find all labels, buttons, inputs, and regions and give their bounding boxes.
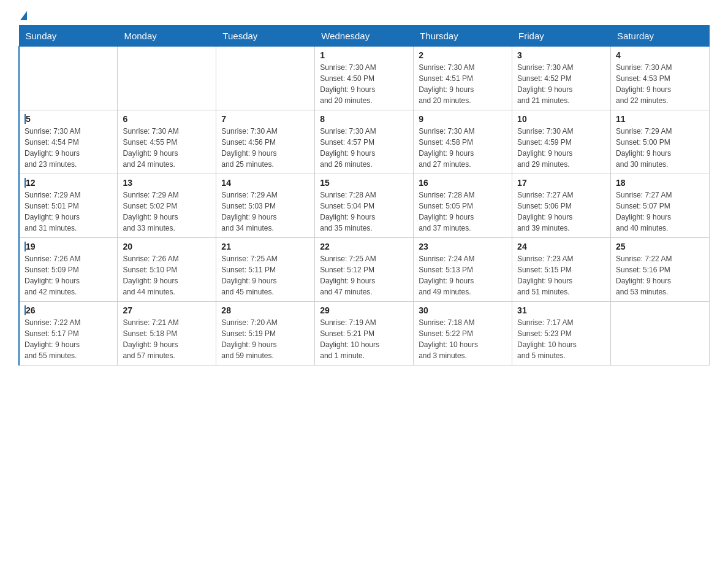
- calendar-cell: 5Sunrise: 7:30 AM Sunset: 4:54 PM Daylig…: [19, 110, 118, 174]
- day-number: 2: [419, 50, 507, 60]
- day-info: Sunrise: 7:30 AM Sunset: 4:52 PM Dayligh…: [517, 62, 605, 106]
- calendar-cell: 13Sunrise: 7:29 AM Sunset: 5:02 PM Dayli…: [118, 174, 216, 238]
- calendar-header-sunday: Sunday: [19, 26, 118, 47]
- calendar-cell: 14Sunrise: 7:29 AM Sunset: 5:03 PM Dayli…: [216, 174, 315, 238]
- calendar-header-friday: Friday: [512, 26, 611, 47]
- day-info: Sunrise: 7:30 AM Sunset: 4:53 PM Dayligh…: [616, 62, 704, 106]
- calendar-cell: 27Sunrise: 7:21 AM Sunset: 5:18 PM Dayli…: [118, 302, 216, 366]
- calendar-cell: 19Sunrise: 7:26 AM Sunset: 5:09 PM Dayli…: [19, 238, 118, 302]
- calendar-cell: 28Sunrise: 7:20 AM Sunset: 5:19 PM Dayli…: [216, 302, 315, 366]
- day-number: 25: [616, 242, 704, 251]
- day-number: 30: [419, 305, 507, 315]
- calendar-cell: 17Sunrise: 7:27 AM Sunset: 5:06 PM Dayli…: [512, 174, 611, 238]
- calendar-cell: 20Sunrise: 7:26 AM Sunset: 5:10 PM Dayli…: [118, 238, 216, 302]
- day-number: 8: [320, 114, 408, 124]
- day-number: 18: [616, 178, 704, 188]
- day-number: 26: [25, 305, 112, 315]
- day-number: 28: [221, 305, 309, 315]
- calendar-table: SundayMondayTuesdayWednesdayThursdayFrid…: [18, 25, 710, 366]
- day-number: 31: [517, 305, 605, 315]
- day-info: Sunrise: 7:28 AM Sunset: 5:04 PM Dayligh…: [320, 190, 408, 234]
- day-info: Sunrise: 7:27 AM Sunset: 5:06 PM Dayligh…: [517, 190, 605, 234]
- day-info: Sunrise: 7:23 AM Sunset: 5:15 PM Dayligh…: [517, 253, 605, 297]
- calendar-cell: 10Sunrise: 7:30 AM Sunset: 4:59 PM Dayli…: [512, 110, 611, 174]
- day-info: Sunrise: 7:30 AM Sunset: 4:55 PM Dayligh…: [123, 126, 211, 170]
- day-info: Sunrise: 7:28 AM Sunset: 5:05 PM Dayligh…: [419, 190, 507, 234]
- calendar-header-tuesday: Tuesday: [216, 26, 315, 47]
- day-number: 4: [616, 50, 704, 60]
- day-info: Sunrise: 7:30 AM Sunset: 4:54 PM Dayligh…: [25, 126, 112, 170]
- day-number: 27: [123, 305, 211, 315]
- calendar-header-row: SundayMondayTuesdayWednesdayThursdayFrid…: [19, 26, 710, 47]
- day-number: 13: [123, 178, 211, 188]
- calendar-cell: 25Sunrise: 7:22 AM Sunset: 5:16 PM Dayli…: [611, 238, 710, 302]
- day-info: Sunrise: 7:30 AM Sunset: 4:59 PM Dayligh…: [517, 126, 605, 170]
- calendar-header-saturday: Saturday: [611, 26, 710, 47]
- day-info: Sunrise: 7:20 AM Sunset: 5:19 PM Dayligh…: [221, 317, 309, 361]
- calendar-cell: 24Sunrise: 7:23 AM Sunset: 5:15 PM Dayli…: [512, 238, 611, 302]
- day-info: Sunrise: 7:29 AM Sunset: 5:00 PM Dayligh…: [616, 126, 704, 170]
- logo-arrow-icon: [20, 11, 27, 20]
- calendar-cell: 1Sunrise: 7:30 AM Sunset: 4:50 PM Daylig…: [315, 47, 414, 110]
- calendar-cell: 30Sunrise: 7:18 AM Sunset: 5:22 PM Dayli…: [414, 302, 512, 366]
- calendar-cell: [19, 47, 118, 110]
- day-info: Sunrise: 7:29 AM Sunset: 5:01 PM Dayligh…: [25, 190, 112, 234]
- day-number: 21: [221, 242, 309, 251]
- day-number: 23: [419, 242, 507, 251]
- day-number: 7: [221, 114, 309, 124]
- calendar-cell: 16Sunrise: 7:28 AM Sunset: 5:05 PM Dayli…: [414, 174, 512, 238]
- day-number: 1: [320, 50, 408, 60]
- day-info: Sunrise: 7:19 AM Sunset: 5:21 PM Dayligh…: [320, 317, 408, 361]
- calendar-cell: 23Sunrise: 7:24 AM Sunset: 5:13 PM Dayli…: [414, 238, 512, 302]
- day-number: 6: [123, 114, 211, 124]
- day-number: 12: [25, 178, 112, 188]
- day-number: 20: [123, 242, 211, 251]
- calendar-cell: [611, 302, 710, 366]
- day-info: Sunrise: 7:25 AM Sunset: 5:11 PM Dayligh…: [221, 253, 309, 297]
- day-number: 10: [517, 114, 605, 124]
- day-info: Sunrise: 7:21 AM Sunset: 5:18 PM Dayligh…: [123, 317, 211, 361]
- calendar-cell: 21Sunrise: 7:25 AM Sunset: 5:11 PM Dayli…: [216, 238, 315, 302]
- day-info: Sunrise: 7:26 AM Sunset: 5:09 PM Dayligh…: [25, 253, 112, 297]
- day-number: 24: [517, 242, 605, 251]
- day-info: Sunrise: 7:26 AM Sunset: 5:10 PM Dayligh…: [123, 253, 211, 297]
- day-info: Sunrise: 7:22 AM Sunset: 5:16 PM Dayligh…: [616, 253, 704, 297]
- calendar-cell: 6Sunrise: 7:30 AM Sunset: 4:55 PM Daylig…: [118, 110, 216, 174]
- day-info: Sunrise: 7:30 AM Sunset: 4:56 PM Dayligh…: [221, 126, 309, 170]
- day-info: Sunrise: 7:29 AM Sunset: 5:03 PM Dayligh…: [221, 190, 309, 234]
- calendar-week-1: 1Sunrise: 7:30 AM Sunset: 4:50 PM Daylig…: [19, 47, 710, 110]
- calendar-cell: 15Sunrise: 7:28 AM Sunset: 5:04 PM Dayli…: [315, 174, 414, 238]
- day-number: 16: [419, 178, 507, 188]
- day-number: 11: [616, 114, 704, 124]
- calendar-cell: 11Sunrise: 7:29 AM Sunset: 5:00 PM Dayli…: [611, 110, 710, 174]
- day-number: 19: [25, 242, 112, 251]
- calendar-cell: [216, 47, 315, 110]
- calendar-week-2: 5Sunrise: 7:30 AM Sunset: 4:54 PM Daylig…: [19, 110, 710, 174]
- calendar-cell: 12Sunrise: 7:29 AM Sunset: 5:01 PM Dayli…: [19, 174, 118, 238]
- day-number: 15: [320, 178, 408, 188]
- calendar-cell: 3Sunrise: 7:30 AM Sunset: 4:52 PM Daylig…: [512, 47, 611, 110]
- day-info: Sunrise: 7:22 AM Sunset: 5:17 PM Dayligh…: [25, 317, 112, 361]
- day-number: 14: [221, 178, 309, 188]
- day-info: Sunrise: 7:18 AM Sunset: 5:22 PM Dayligh…: [419, 317, 507, 361]
- day-info: Sunrise: 7:30 AM Sunset: 4:58 PM Dayligh…: [419, 126, 507, 170]
- calendar-cell: [118, 47, 216, 110]
- calendar-cell: 18Sunrise: 7:27 AM Sunset: 5:07 PM Dayli…: [611, 174, 710, 238]
- day-info: Sunrise: 7:30 AM Sunset: 4:51 PM Dayligh…: [419, 62, 507, 106]
- day-info: Sunrise: 7:30 AM Sunset: 4:57 PM Dayligh…: [320, 126, 408, 170]
- day-number: 22: [320, 242, 408, 251]
- calendar-cell: 7Sunrise: 7:30 AM Sunset: 4:56 PM Daylig…: [216, 110, 315, 174]
- day-number: 3: [517, 50, 605, 60]
- day-number: 17: [517, 178, 605, 188]
- day-info: Sunrise: 7:17 AM Sunset: 5:23 PM Dayligh…: [517, 317, 605, 361]
- calendar-cell: 31Sunrise: 7:17 AM Sunset: 5:23 PM Dayli…: [512, 302, 611, 366]
- calendar-cell: 29Sunrise: 7:19 AM Sunset: 5:21 PM Dayli…: [315, 302, 414, 366]
- logo: [18, 12, 27, 19]
- calendar-week-3: 12Sunrise: 7:29 AM Sunset: 5:01 PM Dayli…: [19, 174, 710, 238]
- calendar-cell: 9Sunrise: 7:30 AM Sunset: 4:58 PM Daylig…: [414, 110, 512, 174]
- day-number: 29: [320, 305, 408, 315]
- day-number: 9: [419, 114, 507, 124]
- calendar-cell: 4Sunrise: 7:30 AM Sunset: 4:53 PM Daylig…: [611, 47, 710, 110]
- day-info: Sunrise: 7:27 AM Sunset: 5:07 PM Dayligh…: [616, 190, 704, 234]
- page-header: [18, 12, 710, 19]
